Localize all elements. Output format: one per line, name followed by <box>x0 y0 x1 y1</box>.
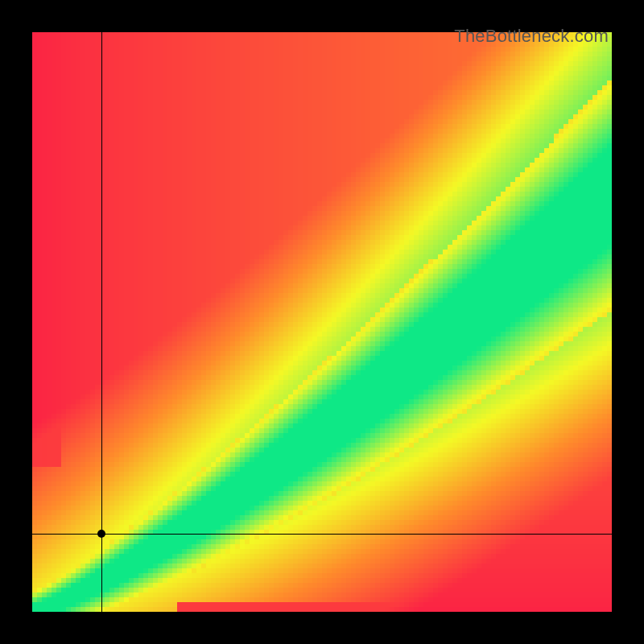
heatmap-plot <box>32 32 612 612</box>
chart-frame: TheBottleneck.com <box>0 0 644 644</box>
heatmap-canvas <box>32 32 612 612</box>
